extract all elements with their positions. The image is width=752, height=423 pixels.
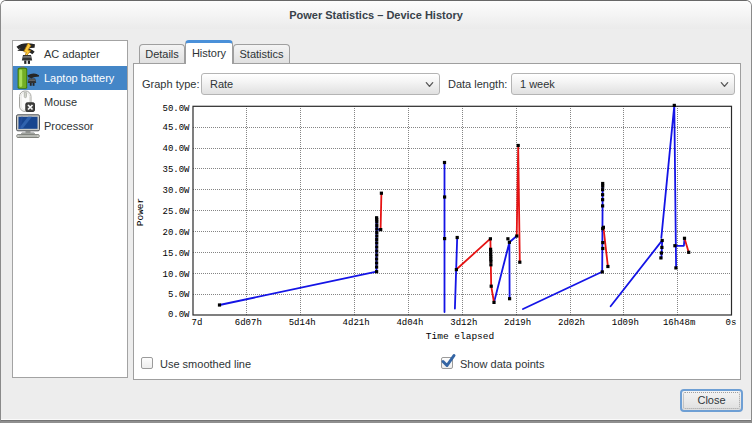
svg-text:45.0W: 45.0W [162, 123, 190, 133]
svg-text:35.0W: 35.0W [162, 165, 190, 175]
svg-text:3d12h: 3d12h [450, 318, 477, 328]
svg-text:2d19h: 2d19h [504, 318, 531, 328]
svg-text:0s: 0s [726, 318, 737, 328]
svg-text:5d14h: 5d14h [289, 318, 316, 328]
svg-text:16h48m: 16h48m [663, 318, 695, 328]
svg-text:Power: Power [135, 198, 146, 227]
svg-text:6d07h: 6d07h [235, 318, 262, 328]
svg-text:10.0W: 10.0W [162, 270, 190, 280]
svg-text:5.0W: 5.0W [168, 290, 190, 300]
svg-text:20.0W: 20.0W [162, 228, 190, 238]
svg-text:40.0W: 40.0W [162, 144, 190, 154]
svg-text:25.0W: 25.0W [162, 207, 190, 217]
svg-text:2d02h: 2d02h [558, 318, 585, 328]
svg-text:Time elapsed: Time elapsed [426, 331, 494, 342]
svg-text:30.0W: 30.0W [162, 186, 190, 196]
svg-text:15.0W: 15.0W [162, 249, 190, 259]
svg-text:50.0W: 50.0W [162, 104, 190, 114]
svg-text:7d: 7d [192, 318, 203, 328]
svg-text:0.0W: 0.0W [168, 310, 190, 320]
svg-text:4d04h: 4d04h [396, 318, 423, 328]
svg-text:4d21h: 4d21h [343, 318, 370, 328]
svg-text:1d09h: 1d09h [612, 318, 639, 328]
